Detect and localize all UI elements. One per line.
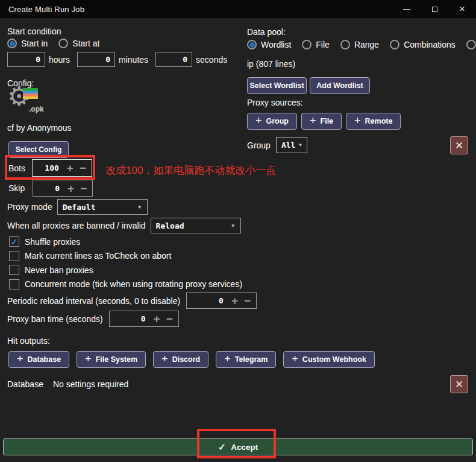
button-label: Discord [172, 355, 201, 364]
radio-wordlist[interactable]: Wordlist [247, 40, 291, 49]
button-label: Group [266, 117, 289, 125]
checkbox-concurrent-mode[interactable]: ✓ Concurrent mode (tick when using rotat… [9, 279, 242, 290]
periodic-reload-label: Periodic reload interval (seconds, 0 to … [7, 296, 180, 306]
proxy-mode-row: Proxy mode Default ▼ [7, 199, 148, 215]
maximize-icon [432, 7, 437, 12]
radio-start-at[interactable]: Start at [58, 39, 99, 48]
maximize-button[interactable] [421, 0, 448, 18]
periodic-reload-input[interactable]: 0 + − [186, 293, 257, 309]
button-label: Add Wordlist [316, 81, 363, 90]
radio-file[interactable]: File [302, 40, 330, 49]
checkbox-never-ban[interactable]: ✓ Never ban proxies [9, 265, 242, 275]
decrement-icon[interactable]: − [163, 313, 176, 324]
bots-annotation-text: 改成100，如果电脑跑不动就改小一点 [105, 163, 276, 177]
skip-input[interactable]: 0 + − [33, 180, 93, 197]
periodic-reload-value: 0 [187, 296, 228, 305]
radio-icon [340, 40, 350, 49]
increment-icon[interactable]: + [228, 295, 241, 306]
radio-combinations[interactable]: Combinations [390, 40, 456, 49]
radio-icon [7, 39, 17, 48]
close-button[interactable]: ✕ [448, 0, 476, 18]
checkbox-label: Never ban proxies [25, 265, 93, 275]
proxy-ban-time-row: Proxy ban time (seconds) 0 + − [7, 311, 179, 327]
seconds-input[interactable]: 0 [155, 52, 192, 67]
chevron-down-icon: ▼ [133, 204, 142, 210]
hit-outputs-label: Hit outputs: [7, 336, 50, 346]
hit-outputs-buttons: + Database + File System + Discord + Tel… [8, 351, 375, 368]
database-output-name: Database [7, 379, 43, 389]
start-in-time-inputs: 0 hours 0 minutes 0 seconds [7, 52, 227, 67]
group-select[interactable]: All ▼ [276, 137, 307, 153]
remove-group-source-button[interactable]: ✕ [450, 136, 468, 154]
add-wordlist-button[interactable]: Add Wordlist [310, 77, 370, 94]
add-file-source-button[interactable]: + File [301, 113, 342, 130]
button-label: File [321, 117, 334, 125]
skip-value: 0 [33, 184, 64, 193]
start-condition-radios: Start in Start at [7, 39, 111, 48]
proxy-sources-buttons: + Group + File + Remote [247, 113, 401, 130]
title-bar: Create Multi Run Job — ✕ [0, 0, 476, 18]
checkbox-label: Concurrent mode (tick when using rotatin… [25, 279, 242, 289]
wordlist-info: ip (807 lines) [247, 59, 295, 69]
proxy-ban-time-input[interactable]: 0 + − [109, 311, 179, 327]
proxy-mode-select[interactable]: Default ▼ [57, 199, 148, 215]
config-file-extension: .opk [29, 105, 44, 113]
remove-database-output-button[interactable]: ✕ [450, 375, 468, 393]
plus-icon: + [354, 115, 361, 126]
checkbox-icon: ✓ [9, 265, 19, 275]
select-config-label: Select Config [16, 145, 62, 154]
proxy-ban-time-value: 0 [110, 314, 151, 323]
radio-combinations-label: Combinations [404, 40, 456, 49]
data-pool-label: Data pool: [247, 27, 286, 37]
minutes-input[interactable]: 0 [77, 52, 115, 67]
radio-icon [390, 40, 399, 49]
add-telegram-output-button[interactable]: + Telegram [216, 351, 276, 368]
group-value: All [281, 141, 295, 150]
button-label: Custom Webhook [302, 355, 366, 364]
window-controls: — ✕ [393, 0, 476, 18]
radio-start-in[interactable]: Start in [7, 39, 48, 48]
checkbox-label: Shuffle proxies [25, 237, 80, 247]
radio-range-label: Range [354, 40, 379, 49]
add-remote-source-button[interactable]: + Remote [346, 113, 401, 130]
checkbox-label: Mark current lines as ToCheck on abort [25, 251, 171, 261]
radio-range[interactable]: Range [340, 40, 379, 49]
seconds-label: seconds [196, 55, 227, 65]
radio-infinite[interactable]: Infinite [466, 40, 476, 49]
banned-action-row: When all proxies are banned / invalid Re… [7, 218, 241, 233]
select-wordlist-button[interactable]: Select Wordlist [247, 77, 307, 94]
database-output-row: Database No settings required [7, 379, 128, 389]
close-icon: ✕ [455, 139, 463, 152]
bots-highlight-rectangle [5, 155, 95, 180]
add-database-output-button[interactable]: + Database [8, 351, 69, 368]
radio-icon [302, 40, 312, 49]
hours-input[interactable]: 0 [7, 52, 45, 67]
window-title: Create Multi Run Job [0, 5, 84, 14]
add-group-source-button[interactable]: + Group [247, 113, 297, 130]
database-output-status: No settings required [53, 379, 128, 389]
config-icon: ⚙ .opk [7, 87, 46, 117]
banned-action-value: Reload [156, 221, 226, 230]
checkbox-shuffle-proxies[interactable]: ✓ Shuffle proxies [9, 236, 242, 247]
add-discord-output-button[interactable]: + Discord [153, 351, 208, 368]
proxy-sources-label: Proxy sources: [247, 98, 303, 107]
button-label: File System [96, 355, 137, 364]
add-filesystem-output-button[interactable]: + File System [77, 351, 146, 368]
increment-icon[interactable]: + [151, 313, 163, 324]
decrement-icon[interactable]: − [77, 183, 90, 194]
data-pool-radios: Wordlist File Range Combinations Infinit… [247, 40, 476, 49]
banned-action-select[interactable]: Reload ▼ [151, 218, 241, 233]
add-custom-webhook-output-button[interactable]: + Custom Webhook [283, 351, 375, 368]
radio-icon [466, 40, 476, 49]
checkbox-mark-tocheck[interactable]: ✓ Mark current lines as ToCheck on abort [9, 251, 242, 261]
minimize-button[interactable]: — [393, 0, 421, 18]
decrement-icon[interactable]: − [241, 295, 254, 306]
close-icon: ✕ [455, 378, 463, 391]
minimize-icon: — [403, 5, 410, 13]
start-condition-label: Start condition [7, 27, 61, 36]
radio-start-in-label: Start in [21, 39, 48, 48]
increment-icon[interactable]: + [64, 183, 77, 194]
button-label: Remote [365, 117, 393, 125]
chevron-down-icon: ▼ [295, 142, 302, 148]
skip-label: Skip [8, 183, 25, 193]
